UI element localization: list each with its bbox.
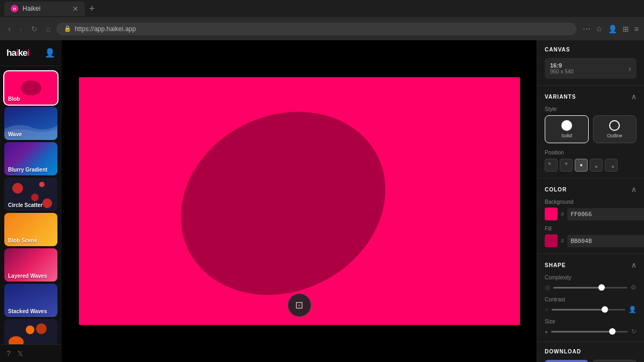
pos-top-center[interactable] bbox=[560, 159, 573, 172]
variants-collapse-icon[interactable]: ∧ bbox=[631, 92, 636, 101]
variants-title: VARIANTS bbox=[545, 94, 576, 100]
sidebar-item-blob-scatter[interactable]: Blob Scatter bbox=[4, 319, 57, 344]
svg-rect-1 bbox=[548, 162, 551, 165]
color-collapse-icon[interactable]: ∧ bbox=[631, 185, 636, 194]
position-options bbox=[545, 159, 636, 172]
sidebar-item-blob-scene[interactable]: Blob Scene bbox=[4, 213, 57, 246]
shape-section-title: SHAPE bbox=[545, 262, 566, 268]
tab-favicon: H bbox=[11, 5, 18, 12]
svg-point-0 bbox=[166, 89, 399, 318]
fill-color-field: Fill # bbox=[545, 226, 636, 247]
nav-refresh-button[interactable]: ↻ bbox=[28, 24, 40, 34]
color-section: COLOR ∧ Background # 👁 Fill # bbox=[537, 179, 644, 254]
sidebar-item-circle-scatter[interactable]: Circle Scatter bbox=[4, 178, 57, 211]
logo: haikei bbox=[6, 48, 29, 58]
sidebar-item-label: Blob bbox=[8, 96, 20, 102]
sidebar-item-stacked-waves[interactable]: Stacked Waves bbox=[4, 284, 57, 317]
download-title: DOWNLOAD bbox=[545, 349, 636, 354]
tab-close-icon[interactable]: ✕ bbox=[72, 5, 78, 13]
background-color-field: Background # 👁 bbox=[545, 199, 636, 220]
contrast-slider: Contrast ○ 👤 bbox=[545, 297, 636, 313]
contrast-label: Contrast bbox=[545, 297, 636, 302]
address-bar: ‹ › ↻ ⌂ 🔒 https://app.haikei.app ⋯ ☆ 👤 ⊞… bbox=[0, 17, 644, 40]
png-download-button[interactable]: PNG bbox=[592, 360, 637, 362]
new-tab-button[interactable]: + bbox=[87, 3, 97, 14]
app-layout: haikei 👤 Blob Wave bbox=[0, 40, 644, 362]
bookmark-icon[interactable]: ☆ bbox=[596, 25, 603, 33]
download-section: DOWNLOAD SVG PNG bbox=[537, 342, 644, 362]
menu-icon[interactable]: ⊞ bbox=[623, 25, 629, 33]
active-tab[interactable]: H Haikei ✕ bbox=[4, 2, 85, 16]
address-input[interactable]: 🔒 https://app.haikei.app bbox=[56, 23, 576, 35]
more-icon[interactable]: ≡ bbox=[634, 25, 639, 33]
variants-section: VARIANTS ∧ Style Solid Outline Position bbox=[537, 86, 644, 179]
canvas-overlay-button[interactable]: ⊡ bbox=[288, 293, 311, 317]
sidebar-item-blurry-gradient[interactable]: Blurry Gradient bbox=[4, 142, 57, 175]
complexity-label: Complexity bbox=[545, 275, 636, 280]
style-options: Solid Outline bbox=[545, 115, 636, 143]
pos-top-left[interactable] bbox=[545, 159, 558, 172]
color-section-title: COLOR bbox=[545, 187, 567, 193]
complexity-slider: Complexity ◎ ⚙ bbox=[545, 275, 636, 291]
blob-scatter-preview bbox=[4, 319, 57, 344]
main-canvas: ⊡ bbox=[62, 40, 537, 362]
extensions-icon[interactable]: ⋯ bbox=[583, 25, 590, 33]
browser-extras: ⋯ ☆ 👤 ⊞ ≡ bbox=[583, 25, 639, 33]
sidebar-item-label: Blurry Gradient bbox=[8, 167, 47, 173]
nav-home-button[interactable]: ⌂ bbox=[43, 24, 53, 34]
profile-icon[interactable]: 👤 bbox=[608, 25, 617, 33]
fill-swatch[interactable] bbox=[545, 234, 558, 247]
complexity-track[interactable] bbox=[553, 287, 627, 289]
sidebar-item-label: Circle Scatter bbox=[8, 202, 42, 208]
pos-bottom-right[interactable] bbox=[605, 159, 618, 172]
sidebar: haikei 👤 Blob Wave bbox=[0, 40, 62, 362]
svg-download-button[interactable]: SVG bbox=[545, 360, 588, 362]
contrast-track[interactable] bbox=[552, 309, 625, 311]
canvas-size-selector[interactable]: 16:9 960 x 540 › bbox=[545, 58, 636, 79]
blob-svg bbox=[79, 77, 520, 325]
fill-color-input[interactable] bbox=[567, 235, 644, 247]
address-text: https://app.haikei.app bbox=[75, 25, 136, 33]
contrast-max-icon: 👤 bbox=[628, 306, 636, 313]
nav-forward-button[interactable]: › bbox=[17, 23, 25, 35]
color-hash-bg: # bbox=[561, 211, 564, 217]
user-icon[interactable]: 👤 bbox=[45, 48, 55, 58]
canvas-arrow-icon: › bbox=[628, 64, 631, 73]
style-outline-option[interactable]: Outline bbox=[593, 115, 637, 143]
shape-collapse-icon[interactable]: ∧ bbox=[631, 261, 636, 269]
sidebar-item-label: Blob Scatter bbox=[8, 344, 40, 344]
style-solid-option[interactable]: Solid bbox=[545, 115, 589, 143]
svg-rect-2 bbox=[565, 162, 567, 165]
lock-icon: 🔒 bbox=[64, 25, 71, 32]
browser-chrome: H Haikei ✕ + ‹ › ↻ ⌂ 🔒 https://app.haike… bbox=[0, 0, 644, 40]
pos-bottom-center[interactable] bbox=[590, 159, 603, 172]
help-icon[interactable]: ? bbox=[6, 349, 11, 358]
tab-title: Haikei bbox=[23, 5, 40, 12]
svg-rect-3 bbox=[580, 164, 582, 166]
solid-label: Solid bbox=[561, 133, 572, 138]
pos-center[interactable] bbox=[575, 159, 588, 172]
sidebar-item-layered-waves[interactable]: Layered Waves bbox=[4, 248, 57, 282]
position-label: Position bbox=[545, 150, 636, 156]
outline-circle-icon bbox=[609, 120, 620, 131]
sidebar-header: haikei 👤 bbox=[0, 40, 62, 66]
size-slider: Size ● ↻ bbox=[545, 319, 636, 335]
sidebar-items: Blob Wave Blurry Gradient bbox=[0, 66, 62, 344]
background-swatch[interactable] bbox=[545, 208, 558, 220]
size-track[interactable] bbox=[551, 331, 628, 333]
sidebar-footer: ? 𝕏 bbox=[0, 344, 62, 362]
size-min-icon: ● bbox=[545, 329, 548, 335]
svg-rect-5 bbox=[612, 166, 614, 168]
sidebar-item-blob[interactable]: Blob bbox=[4, 71, 57, 105]
color-hash-fill: # bbox=[561, 238, 564, 244]
shape-section: SHAPE ∧ Complexity ◎ ⚙ Contrast bbox=[537, 254, 644, 342]
nav-back-button[interactable]: ‹ bbox=[5, 23, 13, 35]
sidebar-item-label: Stacked Waves bbox=[8, 308, 47, 314]
twitter-icon[interactable]: 𝕏 bbox=[17, 349, 23, 358]
complexity-min-icon: ◎ bbox=[545, 284, 550, 291]
sidebar-item-wave[interactable]: Wave bbox=[4, 107, 57, 140]
canvas-content bbox=[79, 77, 520, 325]
background-color-input[interactable] bbox=[567, 208, 644, 220]
canvas-ratio: 16:9 bbox=[550, 62, 574, 69]
overlay-icon: ⊡ bbox=[295, 299, 303, 311]
